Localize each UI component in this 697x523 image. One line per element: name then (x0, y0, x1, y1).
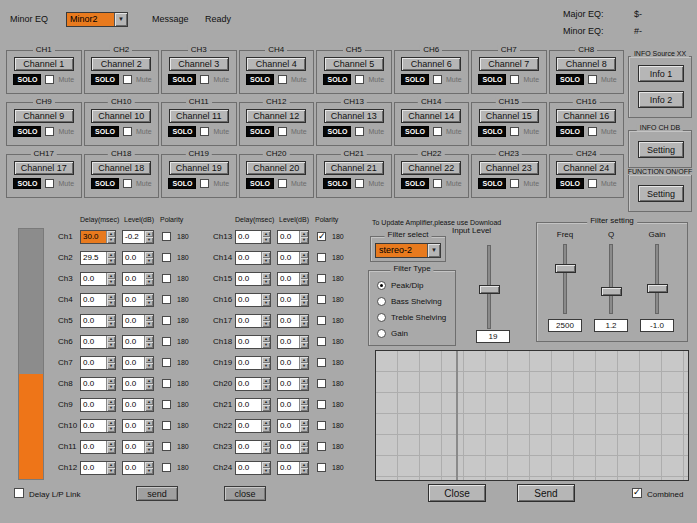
solo-button[interactable]: SOLO (91, 178, 119, 189)
channel-button[interactable]: Channel 3 (169, 57, 229, 71)
filter-type-option[interactable]: Gain (377, 325, 446, 341)
delay-spinner[interactable]: 30.0 ▲▼ (80, 230, 116, 244)
delay-spinner[interactable]: 0.0 ▲▼ (235, 461, 271, 475)
polarity-checkbox[interactable] (162, 274, 171, 283)
solo-button[interactable]: SOLO (91, 74, 119, 85)
spin-down-icon[interactable]: ▼ (262, 237, 270, 243)
spin-down-icon[interactable]: ▼ (107, 258, 115, 264)
spin-down-icon[interactable]: ▼ (300, 405, 308, 411)
spin-down-icon[interactable]: ▼ (107, 384, 115, 390)
solo-button[interactable]: SOLO (401, 74, 429, 85)
spin-down-icon[interactable]: ▼ (262, 426, 270, 432)
polarity-checkbox[interactable] (162, 295, 171, 304)
spin-down-icon[interactable]: ▼ (262, 342, 270, 348)
solo-button[interactable]: SOLO (401, 178, 429, 189)
channel-button[interactable]: Channel 14 (401, 109, 461, 123)
filter-type-option[interactable]: Bass Shelving (377, 293, 446, 309)
spin-down-icon[interactable]: ▼ (262, 279, 270, 285)
mute-checkbox[interactable] (433, 179, 442, 188)
minor-eq-select[interactable]: Minor2 ▼ (66, 12, 128, 27)
mute-checkbox[interactable] (510, 179, 519, 188)
send-button[interactable]: Send (517, 484, 575, 502)
spin-down-icon[interactable]: ▼ (262, 468, 270, 474)
radio-icon[interactable] (377, 313, 386, 322)
spin-down-icon[interactable]: ▼ (107, 468, 115, 474)
level-spinner[interactable]: 0.0 ▲▼ (277, 335, 309, 349)
solo-button[interactable]: SOLO (91, 126, 119, 137)
mute-checkbox[interactable] (123, 75, 132, 84)
spin-down-icon[interactable]: ▼ (300, 447, 308, 453)
polarity-checkbox[interactable] (162, 358, 171, 367)
spin-down-icon[interactable]: ▼ (145, 384, 153, 390)
polarity-checkbox[interactable] (162, 232, 171, 241)
polarity-checkbox[interactable] (162, 337, 171, 346)
solo-button[interactable]: SOLO (13, 178, 41, 189)
info2-button[interactable]: Info 2 (638, 91, 684, 108)
filter-select[interactable]: stereo-2 ▼ (375, 243, 441, 258)
mute-checkbox[interactable] (433, 127, 442, 136)
spin-down-icon[interactable]: ▼ (107, 321, 115, 327)
spin-down-icon[interactable]: ▼ (145, 447, 153, 453)
mute-checkbox[interactable] (123, 179, 132, 188)
chevron-down-icon[interactable]: ▼ (114, 13, 127, 26)
mute-checkbox[interactable] (510, 127, 519, 136)
mute-checkbox[interactable] (278, 179, 287, 188)
spin-down-icon[interactable]: ▼ (300, 342, 308, 348)
level-spinner[interactable]: 0.0 ▲▼ (277, 314, 309, 328)
function-setting-button[interactable]: Setting (638, 185, 684, 202)
delay-spinner[interactable]: 29.5 ▲▼ (80, 251, 116, 265)
level-spinner[interactable]: 0.0 ▲▼ (122, 461, 154, 475)
send-small-button[interactable]: send (136, 486, 178, 501)
solo-button[interactable]: SOLO (246, 126, 274, 137)
level-spinner[interactable]: 0.0 ▲▼ (122, 251, 154, 265)
solo-button[interactable]: SOLO (556, 178, 584, 189)
channel-button[interactable]: Channel 12 (246, 109, 306, 123)
polarity-checkbox[interactable] (317, 274, 326, 283)
level-spinner[interactable]: 0.0 ▲▼ (122, 356, 154, 370)
channel-button[interactable]: Channel 15 (479, 109, 539, 123)
polarity-checkbox[interactable] (317, 337, 326, 346)
spin-down-icon[interactable]: ▼ (145, 237, 153, 243)
spin-down-icon[interactable]: ▼ (145, 405, 153, 411)
solo-button[interactable]: SOLO (246, 74, 274, 85)
channel-button[interactable]: Channel 21 (324, 161, 384, 175)
delay-spinner[interactable]: 0.0 ▲▼ (235, 440, 271, 454)
spin-down-icon[interactable]: ▼ (107, 342, 115, 348)
spin-down-icon[interactable]: ▼ (300, 321, 308, 327)
channel-button[interactable]: Channel 5 (324, 57, 384, 71)
level-spinner[interactable]: 0.0 ▲▼ (277, 293, 309, 307)
mute-checkbox[interactable] (355, 75, 364, 84)
delay-spinner[interactable]: 0.0 ▲▼ (80, 314, 116, 328)
polarity-checkbox[interactable] (317, 379, 326, 388)
delay-spinner[interactable]: 0.0 ▲▼ (235, 377, 271, 391)
spin-down-icon[interactable]: ▼ (300, 468, 308, 474)
spin-down-icon[interactable]: ▼ (300, 363, 308, 369)
mute-checkbox[interactable] (200, 179, 209, 188)
channel-button[interactable]: Channel 8 (556, 57, 616, 71)
solo-button[interactable]: SOLO (478, 178, 506, 189)
input-level-thumb[interactable] (479, 285, 500, 294)
mute-checkbox[interactable] (278, 127, 287, 136)
delay-spinner[interactable]: 0.0 ▲▼ (235, 356, 271, 370)
solo-button[interactable]: SOLO (478, 126, 506, 137)
spin-down-icon[interactable]: ▼ (300, 426, 308, 432)
delay-spinner[interactable]: 0.0 ▲▼ (235, 335, 271, 349)
delay-spinner[interactable]: 0.0 ▲▼ (235, 230, 271, 244)
spin-down-icon[interactable]: ▼ (145, 468, 153, 474)
mute-checkbox[interactable] (355, 127, 364, 136)
spin-down-icon[interactable]: ▼ (107, 447, 115, 453)
level-spinner[interactable]: 0.0 ▲▼ (122, 440, 154, 454)
delay-spinner[interactable]: 0.0 ▲▼ (80, 461, 116, 475)
channel-button[interactable]: Channel 16 (556, 109, 616, 123)
mute-checkbox[interactable] (45, 179, 54, 188)
combined-checkbox[interactable] (632, 488, 642, 498)
level-spinner[interactable]: 0.0 ▲▼ (277, 377, 309, 391)
mute-checkbox[interactable] (355, 179, 364, 188)
filter-type-option[interactable]: Treble Shelving (377, 309, 446, 325)
level-spinner[interactable]: 0.0 ▲▼ (122, 377, 154, 391)
polarity-checkbox[interactable] (317, 463, 326, 472)
level-spinner[interactable]: 0.0 ▲▼ (277, 461, 309, 475)
level-spinner[interactable]: 0.0 ▲▼ (122, 398, 154, 412)
channel-button[interactable]: Channel 24 (556, 161, 616, 175)
spin-down-icon[interactable]: ▼ (107, 279, 115, 285)
